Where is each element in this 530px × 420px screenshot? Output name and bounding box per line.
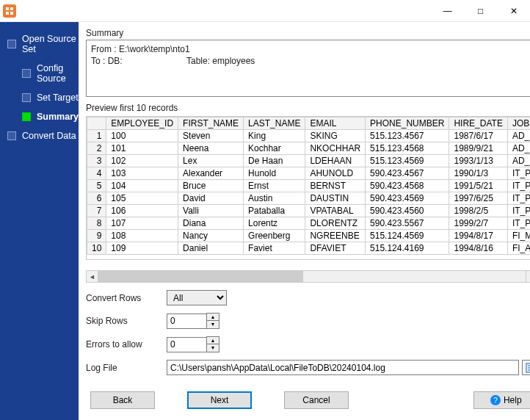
column-header[interactable]: EMAIL [305,117,366,130]
column-header[interactable]: LAST_NAME [244,117,305,130]
cell[interactable]: VPATABAL [305,205,366,217]
window-close-button[interactable]: ✕ [497,0,530,22]
column-header[interactable]: EMPLOYEE_ID [106,117,178,130]
convert-rows-select[interactable]: All [167,290,227,305]
table-row[interactable]: 5104BruceErnstBERNST590.423.45681991/5/2… [87,180,530,192]
cell[interactable]: LDEHAAN [305,155,366,167]
cell[interactable]: Alexander [178,167,244,180]
cell[interactable]: 590.423.4569 [366,192,449,205]
table-row[interactable]: 4103AlexanderHunoldAHUNOLD590.423.456719… [87,167,530,180]
cell[interactable]: IT_P [507,167,530,180]
cell[interactable]: DLORENTZ [305,217,366,230]
cell[interactable]: 105 [106,192,178,205]
cell[interactable]: Bruce [178,180,244,192]
cancel-button[interactable]: Cancel [284,391,349,409]
cell[interactable]: 1994/8/17 [449,230,507,242]
cell[interactable]: 590.423.4560 [366,205,449,217]
cell[interactable]: AD_ [507,130,530,142]
horizontal-scrollbar[interactable]: ◄ ► [86,270,530,283]
cell[interactable]: 1993/1/13 [449,155,507,167]
preview-grid[interactable]: EMPLOYEE_IDFIRST_NAMELAST_NAMEEMAILPHONE… [86,116,530,260]
cell[interactable]: 515.123.4569 [366,155,449,167]
cell[interactable]: Lex [178,155,244,167]
cell[interactable]: IT_P [507,192,530,205]
sidebar-item-config-source[interactable]: Config Source [0,59,79,88]
cell[interactable]: Neena [178,142,244,155]
cell[interactable]: IT_P [507,205,530,217]
cell[interactable]: AD_ [507,142,530,155]
next-button[interactable]: Next [187,391,252,409]
cell[interactable]: AHUNOLD [305,167,366,180]
skip-rows-input[interactable] [167,314,206,329]
cell[interactable]: Steven [178,130,244,142]
cell[interactable]: Greenberg [244,230,305,242]
logfile-input[interactable] [167,360,519,375]
cell[interactable]: 107 [106,217,178,230]
scroll-thumb[interactable] [98,271,303,282]
sidebar-item-set-target[interactable]: Set Target [0,88,79,107]
scroll-right-icon[interactable]: ► [526,270,530,283]
cell[interactable]: FI_A [507,242,530,255]
cell[interactable]: 108 [106,230,178,242]
cell[interactable]: Lorentz [244,217,305,230]
sidebar-item-open-source-set[interactable]: Open Source Set [0,29,79,59]
scroll-track[interactable] [98,270,526,283]
cell[interactable]: NKOCHHAR [305,142,366,155]
cell[interactable]: 109 [106,242,178,255]
cell[interactable]: Valli [178,205,244,217]
cell[interactable]: NGREENBE [305,230,366,242]
cell[interactable]: 1990/1/3 [449,167,507,180]
cell[interactable]: 103 [106,167,178,180]
browse-logfile-button[interactable] [522,360,530,375]
cell[interactable]: IT_P [507,217,530,230]
cell[interactable]: DFAVIET [305,242,366,255]
cell[interactable]: Diana [178,217,244,230]
cell[interactable]: 101 [106,142,178,155]
help-button[interactable]: ? Help [473,391,530,409]
table-row[interactable]: 1100StevenKingSKING515.123.45671987/6/17… [87,130,530,142]
spin-up-icon[interactable]: ▲ [207,314,219,321]
table-row[interactable]: 7106ValliPataballaVPATABAL590.423.456019… [87,205,530,217]
cell[interactable]: AD_ [507,155,530,167]
window-maximize-button[interactable]: □ [464,0,497,22]
cell[interactable]: 515.124.4169 [366,242,449,255]
cell[interactable]: Nancy [178,230,244,242]
column-header[interactable]: HIRE_DATE [449,117,507,130]
cell[interactable]: 106 [106,205,178,217]
cell[interactable]: 590.423.4567 [366,167,449,180]
cell[interactable]: 515.124.4569 [366,230,449,242]
errors-input[interactable] [167,337,206,352]
cell[interactable]: Kochhar [244,142,305,155]
cell[interactable]: 1987/6/17 [449,130,507,142]
column-header[interactable]: PHONE_NUMBER [366,117,449,130]
cell[interactable]: Ernst [244,180,305,192]
sidebar-item-convert-data[interactable]: Convert Data [0,126,79,145]
cell[interactable]: 515.123.4567 [366,130,449,142]
back-button[interactable]: Back [90,391,155,409]
cell[interactable]: 590.423.5567 [366,217,449,230]
cell[interactable]: Daniel [178,242,244,255]
cell[interactable]: BERNST [305,180,366,192]
spin-up-icon[interactable]: ▲ [207,337,219,344]
cell[interactable]: 515.123.4568 [366,142,449,155]
cell[interactable]: 100 [106,130,178,142]
cell[interactable]: IT_P [507,180,530,192]
table-row[interactable]: 9108NancyGreenbergNGREENBE515.124.456919… [87,230,530,242]
cell[interactable]: DAUSTIN [305,192,366,205]
column-header[interactable]: FIRST_NAME [178,117,244,130]
cell[interactable]: Pataballa [244,205,305,217]
table-row[interactable]: 3102LexDe HaanLDEHAAN515.123.45691993/1/… [87,155,530,167]
cell[interactable]: Hunold [244,167,305,180]
cell[interactable]: Austin [244,192,305,205]
table-row[interactable]: 6105DavidAustinDAUSTIN590.423.45691997/6… [87,192,530,205]
table-row[interactable]: 8107DianaLorentzDLORENTZ590.423.55671999… [87,217,530,230]
cell[interactable]: De Haan [244,155,305,167]
cell[interactable]: Faviet [244,242,305,255]
cell[interactable]: 590.423.4568 [366,180,449,192]
cell[interactable]: FI_M [507,230,530,242]
table-row[interactable]: 10109DanielFavietDFAVIET515.124.41691994… [87,242,530,255]
cell[interactable]: SKING [305,130,366,142]
cell[interactable]: 104 [106,180,178,192]
column-header[interactable]: JOB [507,117,530,130]
scroll-left-icon[interactable]: ◄ [86,270,98,283]
